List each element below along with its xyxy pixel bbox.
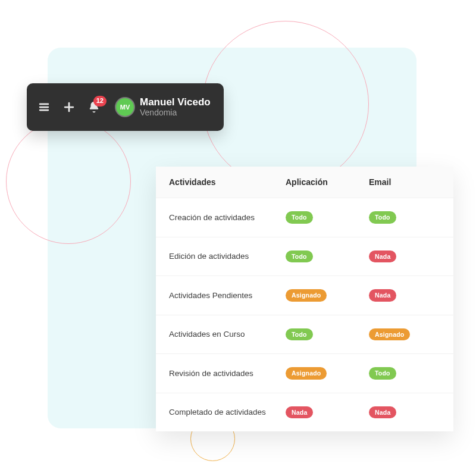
table-row: Creación de actividades Todo Todo — [156, 198, 453, 237]
add-button[interactable] — [62, 101, 76, 114]
svg-rect-2 — [39, 109, 49, 111]
avatar: MV — [116, 98, 134, 116]
svg-rect-4 — [64, 107, 74, 108]
table-row: Revisión de actividades Asignado Todo — [156, 353, 453, 393]
activity-name: Creación de actividades — [169, 213, 286, 222]
svg-rect-1 — [39, 107, 49, 108]
activity-name: Edición de actividades — [169, 252, 286, 261]
table-row: Edición de actividades Todo Nada — [156, 237, 453, 276]
user-text: Manuel Vicedo Vendomia — [140, 97, 211, 117]
activities-table: Actividades Aplicación Email Creación de… — [156, 167, 453, 431]
user-org: Vendomia — [140, 108, 211, 117]
menu-icon — [37, 101, 51, 114]
app-status-pill[interactable]: Asignado — [286, 289, 327, 302]
menu-button[interactable] — [37, 101, 51, 114]
activity-name: Revisión de actividades — [169, 369, 286, 378]
activity-name: Completado de actividades — [169, 408, 286, 416]
email-status-pill[interactable]: Todo — [369, 367, 396, 380]
table-header-row: Actividades Aplicación Email — [156, 167, 453, 198]
email-status-pill[interactable]: Nada — [369, 289, 396, 302]
email-status-pill[interactable]: Nada — [369, 406, 396, 419]
activity-name: Actividades en Curso — [169, 330, 286, 339]
app-status-pill[interactable]: Todo — [286, 250, 313, 263]
email-status-pill[interactable]: Nada — [369, 250, 396, 263]
activity-name: Actividades Pendientes — [169, 291, 286, 300]
email-status-pill[interactable]: Todo — [369, 211, 396, 224]
app-status-pill[interactable]: Todo — [286, 211, 313, 224]
table-row: Actividades en Curso Todo Asignado — [156, 315, 453, 354]
table-row: Completado de actividades Nada Nada — [156, 393, 453, 432]
decorative-circle — [202, 21, 369, 187]
col-header-app: Aplicación — [286, 177, 369, 187]
svg-rect-0 — [39, 104, 49, 105]
email-status-pill[interactable]: Asignado — [369, 328, 410, 341]
user-name: Manuel Vicedo — [140, 97, 211, 108]
app-status-pill[interactable]: Todo — [286, 328, 313, 341]
notification-count-badge: 12 — [93, 96, 107, 107]
app-status-pill[interactable]: Asignado — [286, 367, 327, 380]
topbar: 12 MV Manuel Vicedo Vendomia — [27, 83, 224, 131]
col-header-email: Email — [369, 177, 440, 187]
col-header-activity: Actividades — [169, 177, 286, 187]
table-row: Actividades Pendientes Asignado Nada — [156, 275, 453, 315]
plus-icon — [62, 101, 76, 114]
decorative-circle — [6, 119, 131, 244]
user-menu[interactable]: MV Manuel Vicedo Vendomia — [112, 97, 211, 117]
app-status-pill[interactable]: Nada — [286, 406, 313, 419]
notifications-button[interactable]: 12 — [87, 101, 101, 114]
